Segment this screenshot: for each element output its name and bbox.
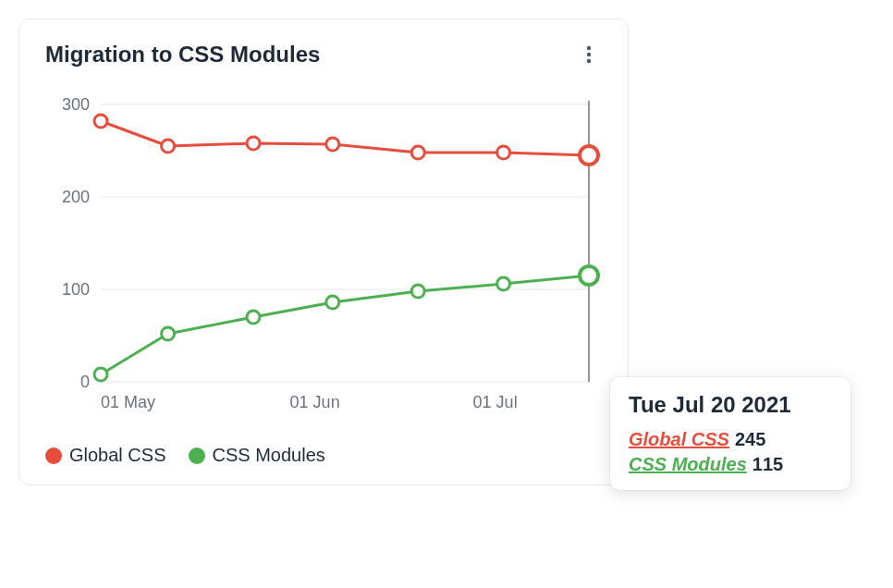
svg-point-25	[326, 296, 339, 309]
tooltip-date: Tue Jul 20 2021	[629, 392, 832, 418]
tooltip-series-label: Global CSS	[629, 429, 729, 449]
svg-point-24	[247, 311, 260, 324]
legend: Global CSS CSS Modules	[45, 445, 602, 466]
legend-swatch	[45, 447, 62, 464]
svg-text:300: 300	[62, 95, 90, 114]
svg-point-1	[587, 53, 591, 56]
legend-label: Global CSS	[69, 445, 166, 466]
svg-point-15	[94, 115, 107, 128]
chart-tooltip: Tue Jul 20 2021 Global CSS245 CSS Module…	[610, 377, 850, 490]
more-vertical-icon	[586, 45, 592, 64]
tooltip-series-value: 245	[735, 429, 765, 449]
legend-item-css-modules[interactable]: CSS Modules	[189, 445, 325, 466]
svg-text:01 Jun: 01 Jun	[290, 393, 340, 411]
card-title: Migration to CSS Modules	[45, 42, 320, 67]
svg-text:200: 200	[62, 188, 90, 206]
svg-text:100: 100	[62, 280, 90, 299]
legend-swatch	[189, 447, 205, 464]
card-header: Migration to CSS Modules	[45, 42, 602, 67]
svg-point-23	[162, 327, 175, 340]
svg-point-0	[587, 46, 591, 50]
chart-area[interactable]: 010020030001 May01 Jun01 Jul	[45, 95, 600, 428]
line-chart: 010020030001 May01 Jun01 Jul	[45, 95, 600, 428]
svg-point-18	[326, 138, 339, 151]
more-options-button[interactable]	[576, 42, 602, 67]
svg-point-19	[411, 146, 424, 159]
svg-point-16	[162, 140, 175, 153]
svg-point-20	[497, 146, 510, 159]
tooltip-row: CSS Modules115	[629, 452, 832, 477]
tooltip-row: Global CSS245	[629, 427, 832, 452]
svg-point-17	[247, 137, 260, 150]
svg-text:01 May: 01 May	[101, 393, 155, 411]
svg-text:01 Jul: 01 Jul	[473, 393, 518, 411]
svg-point-27	[497, 277, 510, 290]
legend-label: CSS Modules	[213, 445, 325, 466]
svg-point-22	[94, 368, 107, 381]
chart-card: Migration to CSS Modules 010020030001 Ma…	[18, 18, 629, 485]
legend-item-global-css[interactable]: Global CSS	[45, 445, 166, 466]
tooltip-series-label: CSS Modules	[629, 454, 747, 474]
svg-point-21	[580, 146, 598, 165]
svg-text:0: 0	[80, 373, 90, 391]
svg-point-2	[587, 59, 591, 63]
tooltip-series-value: 115	[752, 454, 783, 474]
svg-point-28	[580, 266, 598, 285]
svg-point-26	[411, 285, 424, 298]
